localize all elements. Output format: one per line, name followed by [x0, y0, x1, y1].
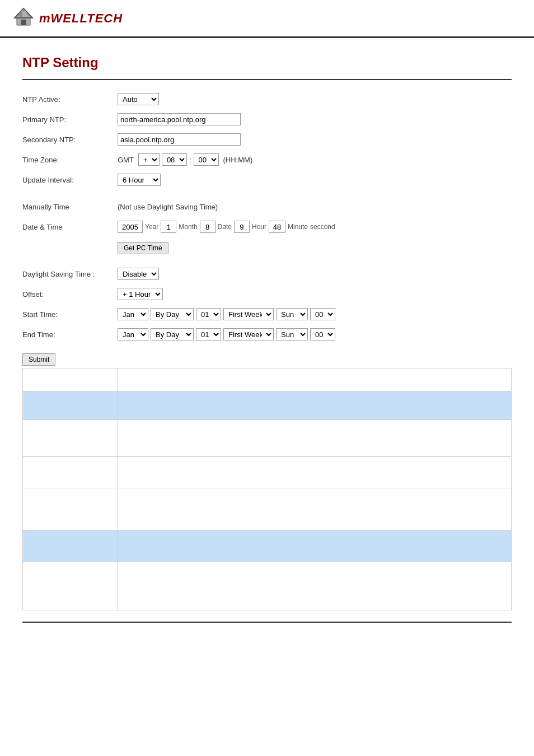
- offset-label: Offset:: [22, 290, 118, 298]
- table-row: [23, 391, 511, 420]
- table-row: [23, 368, 511, 391]
- table-cell-left: [23, 531, 118, 562]
- table-cell-left: [23, 391, 118, 419]
- daylight-select[interactable]: Disable Enable: [118, 268, 159, 280]
- table-cell-right: [118, 420, 511, 456]
- start-time-group: JanFebMarApr MayJunJulAug SepOctNovDec B…: [118, 308, 335, 320]
- ntp-active-row: NTP Active: Auto Enable Disable: [22, 91, 512, 107]
- section-divider: [22, 79, 512, 80]
- footer-bar: [22, 622, 512, 626]
- end-hour-select[interactable]: 00010203: [196, 328, 221, 340]
- table-cell-left: [23, 420, 118, 456]
- start-day-select[interactable]: SunMonTueWed ThuFriSat: [276, 308, 308, 320]
- table-row: [23, 420, 511, 457]
- end-by-select[interactable]: By DayBy Date: [151, 328, 194, 340]
- table-row: [23, 457, 511, 488]
- date-input[interactable]: [200, 221, 216, 233]
- minute-label: Minute: [288, 223, 308, 231]
- data-table: [22, 368, 512, 610]
- end-month-select[interactable]: JanFebMarApr MayJunJulAug SepOctNovDec: [118, 328, 148, 340]
- main-content: NTP Setting NTP Active: Auto Enable Disa…: [0, 44, 534, 637]
- logo-icon: [11, 6, 36, 31]
- end-time-row: End Time: JanFebMarApr MayJunJulAug SepO…: [22, 326, 512, 342]
- year-input[interactable]: [118, 221, 143, 233]
- update-interval-row: Update Interval: 1 Hour 6 Hour 12 Hour 2…: [22, 172, 512, 188]
- timezone-sign-select[interactable]: + -: [138, 153, 160, 166]
- table-cell-right: [118, 562, 511, 610]
- logo: mWELLTECH: [11, 6, 123, 31]
- primary-ntp-input[interactable]: [118, 113, 241, 125]
- date-time-row: Date & Time Year Month Date Hour Minute …: [22, 219, 512, 235]
- manually-time-row: Manually Time (Not use Daylight Saving T…: [22, 199, 512, 214]
- end-time-group: JanFebMarApr MayJunJulAug SepOctNovDec B…: [118, 328, 335, 340]
- hhmm-label: (HH:MM): [223, 156, 253, 164]
- svg-rect-3: [20, 12, 22, 17]
- month-label: Month: [179, 223, 197, 231]
- get-pc-time-row: Get PC Time: [22, 239, 512, 255]
- timezone-row: Time Zone: GMT + - 00010203 04050607 080…: [22, 152, 512, 167]
- table-cell-right: [118, 368, 511, 391]
- start-hour-select[interactable]: 00010203 040506: [196, 308, 221, 320]
- start-time-label: Start Time:: [22, 310, 118, 319]
- timezone-hour-select[interactable]: 00010203 04050607 0809101112: [162, 153, 187, 166]
- offset-row: Offset: + 1 Hour + 2 Hour - 1 Hour: [22, 286, 512, 302]
- timezone-group: GMT + - 00010203 04050607 0809101112 : 0…: [118, 153, 252, 166]
- table-cell-right: [118, 488, 511, 530]
- update-interval-label: Update Interval:: [22, 176, 118, 184]
- table-cell-left: [23, 368, 118, 391]
- get-pc-time-button[interactable]: Get PC Time: [118, 242, 168, 254]
- end-time-label: End Time:: [22, 330, 118, 339]
- date-time-inputs: Year Month Date Hour Minute seccond: [118, 221, 335, 233]
- minute-input[interactable]: [269, 221, 285, 233]
- daylight-row: Daylight Saving Time : Disable Enable: [22, 266, 512, 282]
- hour-input[interactable]: [234, 221, 250, 233]
- hour-label: Hour: [252, 223, 266, 231]
- ntp-active-label: NTP Active:: [22, 95, 118, 104]
- submit-button[interactable]: Submit: [22, 353, 55, 366]
- timezone-label: Time Zone:: [22, 156, 118, 164]
- table-cell-right: [118, 457, 511, 488]
- second-label: seccond: [310, 223, 335, 231]
- table-row: [23, 562, 511, 610]
- page-title: NTP Setting: [22, 55, 512, 71]
- start-week-select[interactable]: First WeekSecond WeekThird WeekLast Week: [223, 308, 274, 320]
- timezone-colon: :: [189, 156, 191, 164]
- secondary-ntp-label: Secondary NTP:: [22, 136, 118, 144]
- update-interval-select[interactable]: 1 Hour 6 Hour 12 Hour 24 Hour: [118, 174, 161, 186]
- secondary-ntp-row: Secondary NTP:: [22, 132, 512, 147]
- primary-ntp-label: Primary NTP:: [22, 115, 118, 124]
- end-week-select[interactable]: First WeekSecond WeekThird WeekLast Week: [223, 328, 274, 340]
- year-label: Year: [145, 223, 158, 231]
- manually-time-label: Manually Time: [22, 203, 118, 211]
- ntp-active-select[interactable]: Auto Enable Disable: [118, 93, 159, 105]
- table-cell-left: [23, 457, 118, 488]
- header: mWELLTECH: [0, 0, 534, 38]
- start-time-row: Start Time: JanFebMarApr MayJunJulAug Se…: [22, 306, 512, 322]
- gmt-label: GMT: [118, 156, 134, 164]
- start-by-select[interactable]: By DayBy Date: [151, 308, 194, 320]
- date-time-label: Date & Time: [22, 223, 118, 231]
- svg-rect-1: [21, 20, 26, 25]
- manually-time-note: (Not use Daylight Saving Time): [118, 203, 218, 211]
- table-row: [23, 488, 511, 531]
- table-cell-right: [118, 391, 511, 419]
- table-cell-left: [23, 488, 118, 530]
- start-minute-select[interactable]: 00153045: [310, 308, 335, 320]
- daylight-label: Daylight Saving Time :: [22, 270, 118, 278]
- secondary-ntp-input[interactable]: [118, 133, 241, 146]
- timezone-minute-select[interactable]: 00153045: [194, 153, 219, 166]
- end-day-select[interactable]: SunMonTueWed ThuFriSat: [276, 328, 308, 340]
- table-cell-left: [23, 562, 118, 610]
- start-month-select[interactable]: JanFebMarApr MayJunJulAug SepOctNovDec: [118, 308, 148, 320]
- table-row: [23, 531, 511, 562]
- date-label: Date: [218, 223, 232, 231]
- offset-select[interactable]: + 1 Hour + 2 Hour - 1 Hour: [118, 288, 163, 300]
- month-input[interactable]: [161, 221, 176, 233]
- primary-ntp-row: Primary NTP:: [22, 111, 512, 127]
- logo-text: mWELLTECH: [39, 11, 123, 26]
- end-minute-select[interactable]: 00153045: [310, 328, 335, 340]
- table-cell-right: [118, 531, 511, 562]
